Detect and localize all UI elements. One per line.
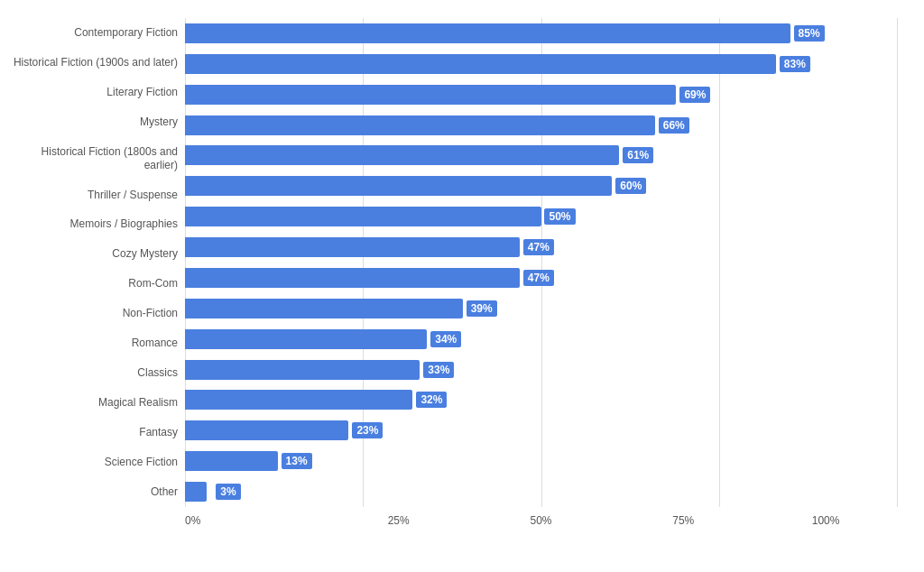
bars-area: 85%83%69%66%61%60%50%47%47%39%34%33%32%2… bbox=[185, 18, 897, 507]
x-axis-tick: 0% bbox=[185, 514, 328, 527]
y-axis-label: Classics bbox=[9, 366, 178, 379]
y-axis-label: Other bbox=[9, 485, 178, 498]
bar: 34% bbox=[185, 329, 427, 349]
bar-row: 32% bbox=[185, 390, 897, 410]
bar-row: 23% bbox=[185, 420, 897, 440]
x-axis-tick: 50% bbox=[470, 514, 613, 527]
y-axis-label: Mystery bbox=[9, 115, 178, 128]
bar: 69% bbox=[185, 85, 676, 105]
bar-row: 39% bbox=[185, 299, 897, 318]
bar: 47% bbox=[185, 237, 520, 257]
y-axis-label: Science Fiction bbox=[9, 456, 178, 468]
bar: 32% bbox=[185, 390, 412, 410]
bar-value-label: 47% bbox=[523, 239, 554, 255]
bar: 3% bbox=[185, 482, 207, 502]
bar: 85% bbox=[185, 23, 790, 43]
bar-row: 34% bbox=[185, 329, 897, 349]
bar-row: 50% bbox=[185, 207, 897, 226]
bar-value-label: 66% bbox=[659, 117, 689, 134]
y-axis-label: Cozy Mystery bbox=[9, 247, 178, 260]
chart-area: Contemporary FictionHistorical Fiction (… bbox=[9, 18, 897, 507]
bar-value-label: 3% bbox=[216, 484, 240, 500]
bar: 33% bbox=[185, 360, 420, 380]
bar-row: 61% bbox=[185, 145, 897, 165]
bar-row: 83% bbox=[185, 54, 897, 74]
x-axis-tick: 75% bbox=[612, 514, 754, 527]
bar-row: 47% bbox=[185, 268, 897, 288]
bar-row: 3% bbox=[185, 482, 897, 502]
y-axis-label: Magical Realism bbox=[9, 396, 178, 409]
bar-row: 60% bbox=[185, 176, 897, 196]
bar: 47% bbox=[185, 268, 520, 288]
y-axis-label: Thriller / Suspense bbox=[9, 189, 178, 201]
y-axis-labels: Contemporary FictionHistorical Fiction (… bbox=[9, 18, 185, 507]
y-axis-label: Fantasy bbox=[9, 426, 178, 438]
x-axis-tick: 100% bbox=[754, 514, 897, 527]
bar: 50% bbox=[185, 207, 541, 226]
y-axis-label: Rom-Com bbox=[9, 277, 178, 290]
bar-value-label: 23% bbox=[352, 422, 383, 438]
bar-value-label: 33% bbox=[423, 362, 454, 378]
bar-value-label: 69% bbox=[679, 87, 710, 103]
bar: 83% bbox=[185, 54, 776, 74]
bar-row: 13% bbox=[185, 451, 897, 471]
y-axis-label: Historical Fiction (1900s and later) bbox=[9, 56, 178, 69]
bar-value-label: 13% bbox=[282, 453, 312, 469]
bar-row: 47% bbox=[185, 237, 897, 257]
bar: 66% bbox=[185, 115, 655, 135]
grid-line bbox=[897, 18, 898, 507]
bar-value-label: 50% bbox=[544, 208, 575, 225]
bar-value-label: 39% bbox=[467, 300, 497, 317]
bar: 61% bbox=[185, 145, 619, 165]
y-axis-label: Memoirs / Biographies bbox=[9, 217, 178, 230]
bar: 23% bbox=[185, 420, 348, 440]
bar-value-label: 60% bbox=[615, 178, 646, 194]
y-axis-label: Non-Fiction bbox=[9, 307, 178, 319]
bar-row: 85% bbox=[185, 23, 897, 43]
x-axis: 0%25%50%75%100% bbox=[185, 507, 897, 527]
chart-container: Contemporary FictionHistorical Fiction (… bbox=[0, 0, 924, 572]
bar-value-label: 32% bbox=[416, 392, 447, 408]
y-axis-label: Literary Fiction bbox=[9, 86, 178, 98]
bar: 13% bbox=[185, 451, 278, 471]
bar-row: 66% bbox=[185, 115, 897, 135]
bar: 60% bbox=[185, 176, 612, 196]
x-axis-tick: 25% bbox=[328, 514, 470, 527]
bar-value-label: 61% bbox=[623, 147, 653, 163]
bar: 39% bbox=[185, 299, 463, 318]
bar-value-label: 47% bbox=[523, 270, 554, 286]
y-axis-label: Romance bbox=[9, 337, 178, 349]
y-axis-label: Contemporary Fiction bbox=[9, 26, 178, 39]
bar-value-label: 34% bbox=[430, 331, 461, 347]
y-axis-label: Historical Fiction (1800s and earlier) bbox=[9, 145, 178, 171]
bar-row: 33% bbox=[185, 360, 897, 380]
bar-row: 69% bbox=[185, 85, 897, 105]
bar-value-label: 85% bbox=[794, 25, 825, 42]
bar-value-label: 83% bbox=[780, 56, 810, 72]
